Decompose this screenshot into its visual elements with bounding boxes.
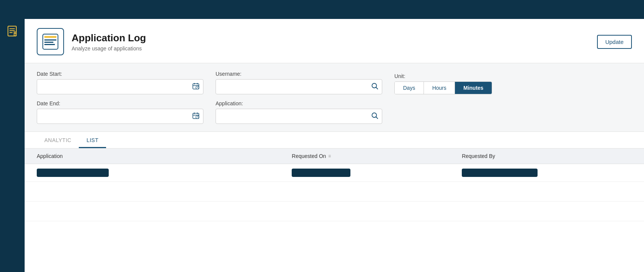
username-input-wrap [216,79,382,94]
main-layout: Application Log Analyze usage of applica… [0,19,644,272]
svg-rect-7 [44,36,56,38]
top-bar [0,0,644,19]
date-start-input-wrap [37,79,203,94]
svg-rect-9 [44,42,53,43]
username-label: Username: [216,71,382,77]
td-requested-by-1 [462,169,632,177]
application-input[interactable] [216,109,382,124]
unit-hours-button[interactable]: Hours [424,82,455,94]
td-app-1 [37,169,292,177]
tab-analytic[interactable]: ANALYTIC [37,132,79,148]
table-row [25,164,644,182]
tabs-row: ANALYTIC LIST [37,132,632,148]
td-requested-on-1 [292,169,462,177]
th-application: Application [37,149,292,164]
skeleton-by-1 [462,169,538,177]
filter-row-2: Date End: [37,100,632,124]
page-header: Application Log Analyze usage of applica… [25,19,644,63]
application-input-wrap [216,109,382,124]
date-start-label: Date Start: [37,71,203,77]
svg-rect-8 [44,39,56,41]
header-text: Application Log Analyze usage of applica… [72,32,146,52]
skeleton-on-1 [292,169,350,177]
username-group: Username: [216,71,382,94]
date-end-group: Date End: [37,100,203,124]
date-start-group: Date Start: [37,71,203,94]
sidebar [0,19,25,272]
date-end-input[interactable] [37,109,203,124]
app-icon-box [37,28,64,55]
app-icon-svg [42,33,59,50]
username-input[interactable] [216,79,382,94]
filter-row-1: Date Start: [37,71,632,94]
filter-section: Date Start: [25,63,644,132]
unit-minutes-button[interactable]: Minutes [455,82,492,94]
table-row-empty-2 [25,202,644,221]
tabs-section: ANALYTIC LIST [25,132,644,149]
date-start-input[interactable] [37,79,203,94]
application-group: Application: [216,100,382,124]
unit-label: Unit: [394,73,492,79]
th-requested-on: Requested On ≡ [292,149,462,164]
update-button[interactable]: Update [597,35,632,49]
page-title: Application Log [72,32,146,44]
th-requested-by: Requested By [462,149,632,164]
sidebar-export-icon[interactable] [5,23,20,39]
page-subtitle: Analyze usage of applications [72,45,146,52]
unit-buttons: Days Hours Minutes [394,81,492,94]
unit-days-button[interactable]: Days [395,82,424,94]
skeleton-app-1 [37,169,109,177]
header-left: Application Log Analyze usage of applica… [37,28,146,55]
table-header: Application Requested On ≡ Requested By [25,149,644,164]
svg-rect-10 [44,44,55,45]
date-end-label: Date End: [37,100,203,106]
table-row-empty-1 [25,182,644,202]
tab-list[interactable]: LIST [79,132,106,148]
application-label: Application: [216,100,382,106]
table-section: Application Requested On ≡ Requested By [25,149,644,272]
content-area: Application Log Analyze usage of applica… [25,19,644,272]
date-end-input-wrap [37,109,203,124]
sort-icon-requested-on[interactable]: ≡ [328,153,331,159]
unit-group: Unit: Days Hours Minutes [394,73,492,94]
